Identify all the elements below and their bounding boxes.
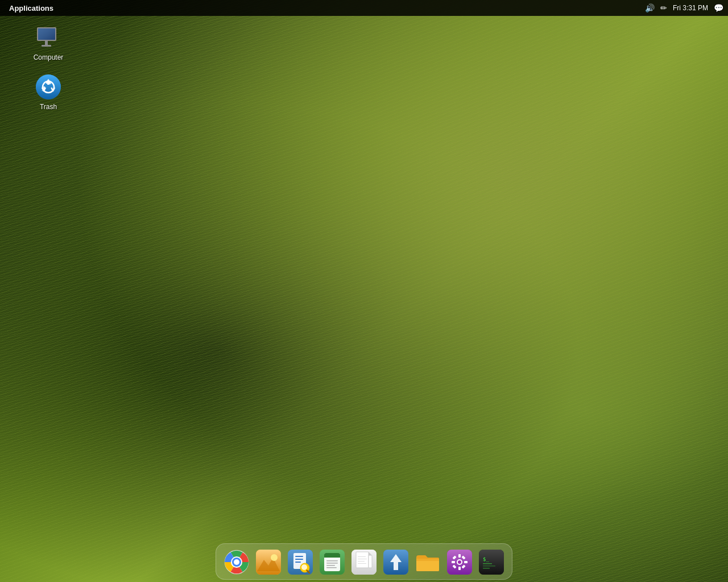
text-editor-icon — [320, 550, 345, 575]
menubar: Applications 🔊 ✏ Fri 3:31 PM 💬 — [0, 0, 728, 16]
computer-desktop-icon[interactable]: Computer — [23, 22, 74, 64]
svg-rect-40 — [358, 561, 365, 562]
svg-text:$_: $_ — [483, 556, 489, 562]
grass-texture-overlay — [0, 0, 728, 582]
svg-rect-4 — [42, 45, 51, 47]
settings-icon — [447, 550, 472, 575]
svg-rect-19 — [295, 556, 303, 557]
edit-icon[interactable]: ✏ — [660, 3, 667, 13]
svg-rect-21 — [295, 562, 301, 563]
svg-rect-62 — [483, 566, 495, 567]
svg-point-49 — [458, 560, 461, 564]
dock: $_ — [216, 543, 512, 580]
dock-item-blank-doc[interactable] — [349, 547, 379, 577]
svg-rect-33 — [326, 567, 337, 568]
trash-icon-image — [35, 73, 62, 101]
finder-icon — [256, 550, 281, 575]
svg-rect-39 — [358, 559, 367, 559]
menubar-right: 🔊 ✏ Fri 3:31 PM 💬 — [645, 3, 723, 13]
svg-rect-59 — [479, 550, 504, 575]
trash-desktop-icon[interactable]: Trash — [23, 71, 74, 113]
blank-doc-icon — [351, 550, 377, 575]
chat-icon[interactable]: 💬 — [714, 3, 723, 13]
computer-icon-label: Computer — [34, 53, 64, 61]
transmission-icon — [383, 550, 408, 575]
svg-rect-51 — [458, 567, 461, 570]
trash-icon-svg — [35, 73, 62, 101]
svg-rect-29 — [324, 555, 340, 558]
svg-point-15 — [271, 554, 278, 561]
svg-rect-53 — [464, 561, 468, 563]
svg-rect-50 — [458, 554, 461, 558]
files-icon — [415, 550, 440, 575]
trash-icon-label: Trash — [40, 103, 57, 111]
dock-item-files[interactable] — [413, 547, 442, 577]
svg-rect-37 — [369, 555, 372, 568]
svg-rect-63 — [483, 568, 490, 569]
computer-icon-svg — [35, 24, 62, 51]
dock-item-document-viewer[interactable] — [286, 547, 315, 577]
dock-item-text-editor[interactable] — [317, 547, 347, 577]
dock-item-terminal[interactable]: $_ — [477, 547, 506, 577]
document-viewer-icon — [288, 550, 313, 575]
svg-rect-3 — [45, 41, 48, 45]
dock-item-settings[interactable] — [445, 547, 474, 577]
svg-rect-52 — [452, 561, 455, 563]
svg-rect-20 — [295, 559, 303, 560]
svg-rect-41 — [358, 563, 366, 564]
svg-rect-38 — [358, 556, 366, 557]
svg-rect-61 — [483, 563, 492, 564]
dock-item-chromium[interactable] — [222, 547, 251, 577]
dock-item-transmission[interactable] — [381, 547, 411, 577]
svg-point-23 — [301, 564, 307, 570]
svg-rect-30 — [326, 560, 338, 562]
volume-icon[interactable]: 🔊 — [645, 3, 655, 13]
chromium-icon — [224, 550, 249, 575]
svg-point-6 — [36, 74, 61, 99]
datetime-display: Fri 3:31 PM — [673, 4, 708, 12]
dock-item-finder[interactable] — [254, 547, 283, 577]
svg-rect-2 — [38, 28, 55, 40]
terminal-icon: $_ — [479, 550, 504, 575]
applications-menu[interactable]: Applications — [5, 3, 58, 14]
dock-container: $_ — [216, 543, 512, 582]
svg-point-11 — [234, 559, 239, 565]
svg-rect-32 — [326, 565, 335, 566]
svg-rect-36 — [356, 552, 369, 568]
svg-rect-31 — [326, 563, 338, 564]
computer-icon-image — [35, 24, 62, 51]
menubar-left: Applications — [5, 3, 58, 14]
